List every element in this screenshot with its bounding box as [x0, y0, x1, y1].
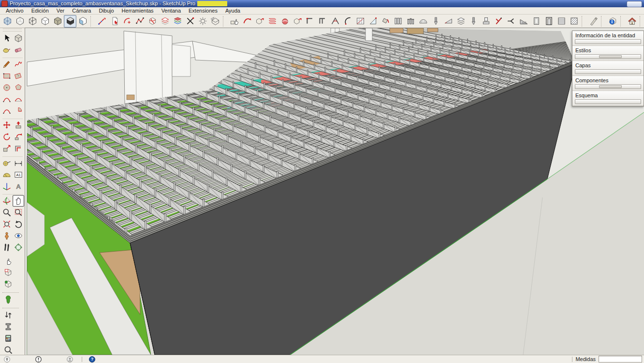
wall-tee-tool[interactable]	[316, 15, 329, 28]
bend-tool[interactable]	[241, 15, 253, 28]
push-page-tool[interactable]	[108, 15, 121, 28]
tray-panel-title[interactable]: Componentes	[572, 77, 644, 84]
move-tool[interactable]	[1, 120, 13, 131]
model-info-tool[interactable]	[606, 15, 619, 28]
freehand-tool[interactable]	[13, 59, 24, 70]
scale-tool[interactable]	[1, 143, 13, 154]
rotate-tool[interactable]	[1, 131, 13, 143]
tray-panel-scrollbar[interactable]	[575, 39, 641, 44]
branch-fork-tool[interactable]	[505, 15, 517, 28]
zoom-window-tool[interactable]	[13, 207, 24, 218]
tray-scrollbar-thumb[interactable]	[599, 55, 622, 58]
menu-item-archivo[interactable]: Archivo	[2, 7, 28, 15]
minimize-button[interactable]	[627, 1, 642, 7]
style-hidden-line[interactable]	[39, 15, 51, 28]
axes-tool[interactable]	[1, 181, 13, 192]
palette-grip[interactable]	[3, 29, 22, 31]
menu-item-edicin[interactable]: Edición	[28, 7, 53, 15]
eraser-tool[interactable]	[13, 44, 24, 56]
drape-ball-tool[interactable]	[278, 15, 291, 28]
sail-face-tool[interactable]	[366, 15, 379, 28]
rectangle-tool[interactable]	[1, 70, 13, 82]
steel-ibeam-tool[interactable]	[2, 321, 14, 333]
sheet-stack-tool[interactable]	[454, 15, 467, 28]
measurements-input[interactable]	[599, 356, 642, 363]
screw-tool[interactable]	[429, 15, 442, 28]
geolocation-icon[interactable]	[4, 356, 10, 363]
layered-faces-tool[interactable]	[159, 15, 171, 28]
pencil-stick-tool[interactable]	[587, 15, 600, 28]
look-around-tool[interactable]	[13, 230, 24, 242]
make-component-tool[interactable]	[13, 32, 24, 44]
offset-tool[interactable]	[13, 143, 24, 154]
tray-panel-scrollbar[interactable]	[575, 69, 641, 74]
rotated-rectangle-tool[interactable]	[13, 70, 24, 82]
anchor-screw-tool[interactable]	[467, 15, 480, 28]
polygon-tool[interactable]	[13, 82, 24, 93]
tray-panel-scrollbar[interactable]	[575, 54, 641, 59]
curve-tool[interactable]	[341, 15, 354, 28]
paint-pour-tool[interactable]	[379, 15, 392, 28]
3d-text-tool[interactable]: A	[13, 181, 24, 192]
viewport-3d-scene[interactable]	[25, 28, 644, 355]
section-plane-tool[interactable]	[13, 242, 24, 253]
shell-hand-tool[interactable]	[228, 15, 241, 28]
text-tool[interactable]: A1	[13, 169, 24, 181]
posts-tool[interactable]	[404, 15, 417, 28]
claim-credit-icon[interactable]	[35, 356, 42, 363]
wrap-surface-tool[interactable]	[146, 15, 159, 28]
menu-item-extensiones[interactable]: Extensiones	[185, 7, 221, 15]
line-tool[interactable]	[1, 59, 13, 70]
menu-item-ventana[interactable]: Ventana	[158, 7, 185, 15]
swap-tool[interactable]	[2, 309, 14, 321]
ramp-stairs-tool[interactable]	[517, 15, 530, 28]
red-shelves-tool[interactable]	[266, 15, 278, 28]
three-point-arc-tool[interactable]	[1, 105, 13, 117]
pie-tool[interactable]	[13, 105, 24, 117]
component-attributes-tool[interactable]	[2, 278, 14, 290]
style-monochrome[interactable]	[76, 15, 89, 28]
louver-panel-tool[interactable]	[555, 15, 568, 28]
menu-item-dibujo[interactable]: Dibujo	[95, 7, 117, 15]
follow-me-tool[interactable]	[13, 131, 24, 143]
columns-tool[interactable]	[392, 15, 404, 28]
sign-in-icon[interactable]	[67, 356, 73, 363]
column-base-tool[interactable]	[480, 15, 492, 28]
style-back-edges[interactable]	[14, 15, 26, 28]
hatch-panel-tool[interactable]	[568, 15, 580, 28]
select-tool[interactable]	[1, 32, 13, 44]
component-options-tool[interactable]	[2, 267, 14, 278]
wedge-tool[interactable]	[442, 15, 454, 28]
home-template-tool[interactable]	[626, 15, 638, 28]
polyline-points-tool[interactable]	[133, 15, 146, 28]
zoom-extents-tool[interactable]	[1, 218, 13, 230]
menu-item-ver[interactable]: Ver	[53, 7, 69, 15]
dome-tool[interactable]	[417, 15, 429, 28]
frame-grid-tool[interactable]	[354, 15, 366, 28]
panel-tool[interactable]	[530, 15, 542, 28]
help-icon[interactable]: ?	[89, 356, 95, 363]
protractor-tool[interactable]	[1, 169, 13, 181]
material-stack-tool[interactable]	[171, 15, 184, 28]
wall-corner-tool[interactable]	[304, 15, 316, 28]
tray-panel-scrollbar[interactable]	[575, 84, 641, 89]
red-sticks-tool[interactable]	[492, 15, 505, 28]
tray-panel-title[interactable]: Información de la entidad	[572, 32, 644, 39]
style-shaded[interactable]	[51, 15, 64, 28]
two-point-arc-tool[interactable]	[13, 93, 24, 105]
construction-cross-tool[interactable]	[184, 15, 196, 28]
push-pull-tool[interactable]	[13, 120, 24, 131]
tray-panel-scrollbar[interactable]	[575, 99, 641, 104]
menu-item-herramientas[interactable]: Herramientas	[118, 7, 158, 15]
position-camera-tool[interactable]	[1, 230, 13, 242]
vegetation-component-tool[interactable]	[2, 294, 14, 305]
zoom-tool[interactable]	[1, 207, 13, 218]
export-box-tool[interactable]	[291, 15, 304, 28]
style-wireframe[interactable]	[26, 15, 39, 28]
circle-tool[interactable]	[1, 82, 13, 93]
walk-tool[interactable]	[1, 242, 13, 253]
arc-tool[interactable]	[1, 93, 13, 105]
dimension-tool[interactable]	[13, 157, 24, 169]
title-bar[interactable]: Proyecto_casa_mas_completo_ambasventanas…	[0, 0, 644, 7]
menu-item-cmara[interactable]: Cámara	[68, 7, 95, 15]
